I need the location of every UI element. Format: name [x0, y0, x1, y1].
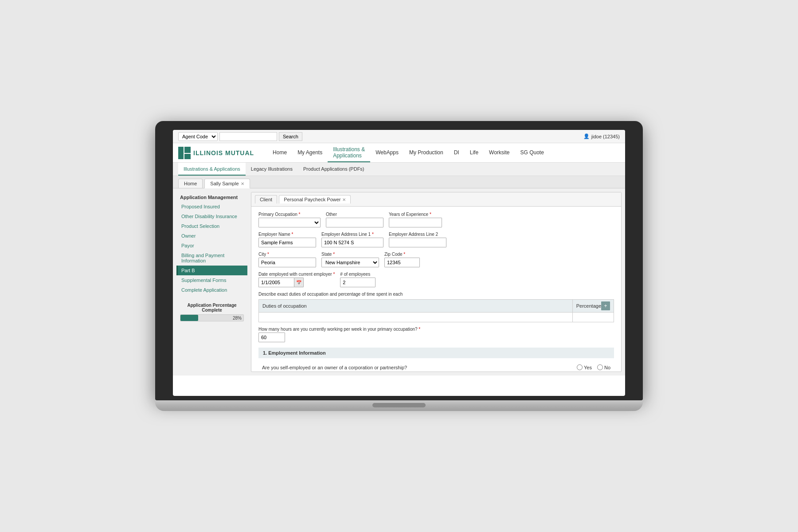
employer-addr2-label: Employer Address Line 2: [389, 232, 446, 237]
employment-no-radio[interactable]: [597, 364, 603, 370]
content-area: Application Management Proposed Insured …: [173, 188, 625, 376]
nav-my-agents[interactable]: My Agents: [292, 143, 328, 162]
nav-webapps[interactable]: WebApps: [370, 143, 404, 162]
inner-tab-client-label: Client: [260, 197, 272, 202]
inner-tabs: Client Personal Paycheck Power ✕: [255, 195, 618, 203]
other-input[interactable]: [326, 218, 383, 227]
nav-my-production[interactable]: My Production: [404, 143, 449, 162]
form-group-date-employed: Date employed with current employer * 📅: [258, 272, 335, 287]
top-bar-left: Agent Code Search: [178, 132, 302, 141]
employer-addr1-label: Employer Address Line 1 *: [321, 232, 383, 237]
num-employees-input[interactable]: [340, 278, 376, 287]
num-employees-label: # of employees: [340, 272, 376, 277]
duties-empty-row: [259, 313, 614, 322]
form-group-employer-name: Employer Name *: [258, 232, 316, 247]
nav-sg-quote[interactable]: SG Quote: [515, 143, 549, 162]
employer-name-input[interactable]: [258, 238, 316, 247]
employer-addr2-input[interactable]: [389, 238, 446, 247]
form-group-years-exp: Years of Experience *: [389, 212, 442, 227]
sidebar-proposed-insured[interactable]: Proposed Insured: [176, 202, 247, 211]
nav-life[interactable]: Life: [465, 143, 484, 162]
nav-di[interactable]: DI: [449, 143, 465, 162]
tab-sally-sample[interactable]: Sally Sample ✕: [204, 179, 250, 188]
agent-search-input[interactable]: [219, 132, 277, 141]
sidebar-product-selection[interactable]: Product Selection: [176, 221, 247, 231]
date-wrapper: 📅: [258, 278, 335, 287]
username-label: jidoe (12345): [591, 134, 620, 139]
date-calendar-icon[interactable]: 📅: [294, 278, 304, 287]
screen-bezel: Agent Code Search 👤 jidoe (12345): [155, 121, 643, 400]
hours-label: How many hours are you currently working…: [258, 327, 420, 332]
city-label: City *: [258, 252, 316, 257]
employment-yes-label: Yes: [577, 364, 592, 370]
date-employed-label: Date employed with current employer *: [258, 272, 335, 277]
sub-nav: Illustrations & Applications Legacy Illu…: [173, 163, 625, 176]
progress-section: Application PercentageComplete 28%: [176, 300, 247, 324]
employer-name-label: Employer Name *: [258, 232, 316, 237]
employer-addr1-input[interactable]: [321, 238, 383, 247]
employment-question-row: Are you self-employed or an owner of a c…: [258, 362, 614, 372]
subnav-illustrations[interactable]: Illustrations & Applications: [178, 163, 246, 176]
logo-area: ILLINOIS MUTUAL: [178, 147, 254, 159]
search-button[interactable]: Search: [279, 132, 302, 141]
primary-occupation-select[interactable]: [258, 218, 321, 227]
inner-content: Client Personal Paycheck Power ✕: [251, 192, 621, 372]
hours-input[interactable]: [258, 332, 285, 342]
progress-title: Application PercentageComplete: [180, 303, 244, 313]
top-bar: Agent Code Search 👤 jidoe (12345): [173, 130, 625, 143]
form-group-duties: Describe exact duties of occupation and …: [258, 292, 614, 322]
state-select[interactable]: New Hampshire: [321, 258, 379, 267]
sidebar-complete-app[interactable]: Complete Application: [176, 285, 247, 295]
required-star: *: [299, 212, 301, 217]
employment-question-text: Are you self-employed or an owner of a c…: [262, 365, 407, 370]
nav-worksite[interactable]: Worksite: [484, 143, 515, 162]
sidebar-part-b[interactable]: Part B: [176, 266, 247, 275]
nav-illustrations[interactable]: Illustrations &Applications: [328, 143, 370, 162]
sidebar-payor[interactable]: Payor: [176, 241, 247, 250]
header-nav: ILLINOIS MUTUAL Home My Agents Illustrat…: [173, 143, 625, 163]
date-employed-input[interactable]: [258, 278, 294, 287]
form-group-num-employees: # of employees: [340, 272, 376, 287]
inner-tab-client[interactable]: Client: [255, 195, 277, 203]
form-group-city: City *: [258, 252, 316, 267]
subnav-product-apps[interactable]: Product Applications (PDFs): [298, 163, 370, 176]
years-exp-input[interactable]: [389, 218, 442, 227]
laptop-screen: Agent Code Search 👤 jidoe (12345): [173, 130, 625, 396]
years-required-star: *: [430, 212, 431, 217]
inner-tab-paycheck-close-icon[interactable]: ✕: [342, 197, 346, 202]
form-group-employer-addr2: Employer Address Line 2: [389, 232, 446, 247]
logo-text: ILLINOIS MUTUAL: [193, 149, 254, 156]
inner-tab-paycheck-label: Personal Paycheck Power: [284, 197, 340, 202]
nav-items: Home My Agents Illustrations &Applicatio…: [267, 143, 549, 162]
form-row-hours: How many hours are you currently working…: [258, 327, 614, 342]
city-input[interactable]: [258, 258, 316, 267]
form-group-zip: Zip Code *: [384, 252, 420, 267]
agent-code-select[interactable]: Agent Code: [178, 132, 218, 141]
tab-home[interactable]: Home: [178, 179, 203, 188]
zip-input[interactable]: [384, 258, 420, 267]
nav-home[interactable]: Home: [267, 143, 292, 162]
progress-bar-outer: 28%: [180, 314, 244, 321]
form-group-hours: How many hours are you currently working…: [258, 327, 420, 342]
main-panel: Client Personal Paycheck Power ✕: [251, 192, 622, 372]
laptop-frame: Agent Code Search 👤 jidoe (12345): [155, 121, 643, 411]
zip-label: Zip Code *: [384, 252, 420, 257]
sidebar-supplemental[interactable]: Supplemental Forms: [176, 275, 247, 285]
progress-label: 28%: [233, 316, 242, 321]
tab-home-label: Home: [184, 181, 197, 186]
sidebar-billing[interactable]: Billing and Payment Information: [176, 250, 247, 266]
duties-col2-header: Percentage +: [572, 300, 614, 313]
add-duty-row-button[interactable]: +: [601, 301, 610, 310]
app-wrapper: Agent Code Search 👤 jidoe (12345): [173, 130, 625, 396]
sidebar-owner[interactable]: Owner: [176, 231, 247, 241]
inner-tab-paycheck[interactable]: Personal Paycheck Power ✕: [279, 195, 350, 203]
svg-rect-1: [184, 147, 191, 153]
top-bar-right: 👤 jidoe (12345): [583, 133, 620, 139]
subnav-legacy[interactable]: Legacy Illustrations: [246, 163, 298, 176]
sidebar-other-disability[interactable]: Other Disability Insurance: [176, 211, 247, 221]
tab-sally-close-icon[interactable]: ✕: [241, 181, 244, 186]
form-group-state: State * New Hampshire: [321, 252, 379, 267]
employment-yes-radio[interactable]: [577, 364, 583, 370]
form-group-other: Other: [326, 212, 383, 227]
svg-rect-2: [184, 154, 191, 159]
